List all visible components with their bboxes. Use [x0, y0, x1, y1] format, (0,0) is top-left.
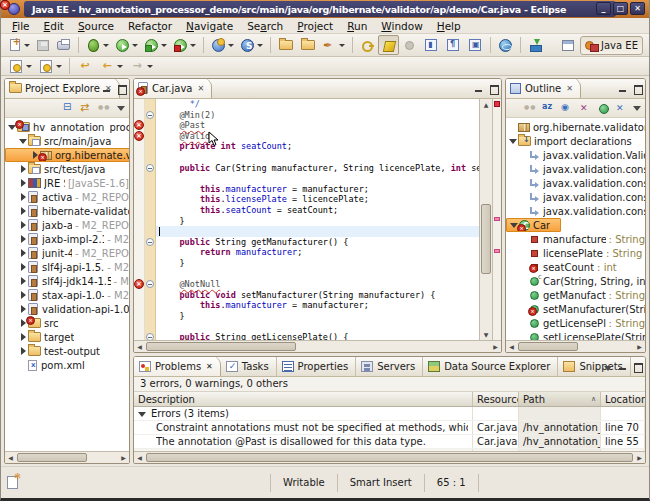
scroll-left-icon[interactable]: ◀ — [506, 341, 517, 352]
project-item-slf4j-jdk14-1-5-6-jar[interactable]: slf4j-jdk14-1.5.6.jar- M — [5, 274, 129, 288]
tab-data-source-explorer[interactable]: Data Source Explorer — [423, 356, 558, 376]
hide-local-types-button[interactable] — [614, 102, 628, 115]
scroll-up-icon[interactable]: ▲ — [480, 99, 492, 110]
overview-ruler[interactable] — [492, 99, 501, 340]
code-line[interactable]: public void setManufacturer(String manuf… — [159, 290, 479, 301]
open-folder-2-button[interactable] — [297, 35, 319, 55]
error-marker-icon[interactable] — [134, 279, 144, 289]
scroll-down-icon[interactable]: ▼ — [480, 329, 492, 340]
minimize-button[interactable]: _ — [596, 2, 611, 15]
collapse-fold-icon[interactable] — [146, 164, 154, 172]
code-line[interactable] — [159, 173, 479, 184]
outline-item-javax-validation-constraints[interactable]: javax.validation.constraints — [506, 176, 645, 190]
outline-item-org-hibernate-validator-ap-demo[interactable]: org.hibernate.validator.ap.demo — [506, 120, 645, 134]
problem-row[interactable]: Constraint annotations must not be speci… — [134, 421, 645, 435]
code-line[interactable]: } — [159, 216, 479, 227]
project-item-src-test-java[interactable]: src/test/java — [5, 162, 129, 176]
collapsed-twisty-icon[interactable] — [19, 162, 28, 176]
web-browser-button[interactable] — [495, 35, 516, 55]
close-button[interactable]: ✕ — [630, 2, 645, 15]
run-external-tools-button[interactable] — [141, 35, 170, 55]
problem-row[interactable]: The annotation @Past is disallowed for t… — [134, 435, 645, 449]
scroll-left-icon[interactable]: ◀ — [134, 341, 145, 352]
collapsed-twisty-icon[interactable] — [19, 274, 28, 288]
collapse-all-button[interactable] — [62, 102, 76, 115]
search-button[interactable] — [319, 35, 348, 55]
menu-edit[interactable]: Edit — [37, 19, 71, 33]
scroll-right-icon[interactable]: ▶ — [634, 452, 645, 463]
minimize-view-button[interactable] — [616, 82, 628, 93]
outline-item-getmanufacturer[interactable]: getManufacturer(): String — [506, 288, 645, 302]
outline-item-import-declarations[interactable]: import declarations — [506, 134, 645, 148]
view-menu-button[interactable] — [116, 102, 126, 115]
code-line[interactable]: return manufacturer; — [159, 247, 479, 258]
outline-item-javax-validation-constraints[interactable]: javax.validation.constraints — [506, 204, 645, 218]
editor-hscrollbar[interactable]: ◀ ▶ — [134, 340, 501, 352]
close-icon[interactable]: ✕ — [206, 362, 213, 371]
forward-button[interactable]: → — [126, 56, 156, 76]
expanded-twisty-icon[interactable] — [19, 134, 28, 148]
project-item-stax-api-1-0-2-jar[interactable]: stax-api-1.0-2.jar- M2 — [5, 288, 129, 302]
error-overview-icon[interactable] — [494, 101, 500, 107]
project-item-pom-xml[interactable]: pom.xml — [5, 358, 129, 372]
expanded-twisty-icon[interactable] — [138, 407, 147, 420]
outline-hscrollbar[interactable]: ◀ ▶ — [506, 340, 645, 352]
scrollbar-thumb[interactable] — [17, 453, 87, 462]
tab-properties[interactable]: Properties — [277, 356, 357, 376]
collapsed-twisty-icon[interactable] — [19, 246, 28, 260]
hide-static-members-button[interactable] — [578, 102, 592, 115]
sort-button[interactable] — [542, 102, 556, 115]
outline-tab[interactable]: Outline ✕ — [506, 78, 581, 98]
disabled-annotation-button[interactable] — [399, 35, 420, 55]
outline-item-setmanufacturer-string[interactable]: setManufacturer(String) — [506, 302, 645, 316]
code-line[interactable]: this.licensePlate = licencePlate; — [159, 194, 479, 205]
occurrence-marker-icon[interactable] — [494, 249, 500, 253]
collapse-fold-icon[interactable] — [146, 238, 154, 246]
column-header-location[interactable]: Location — [601, 392, 645, 406]
outline-item-car-string-string-int[interactable]: Car(String, String, int) — [506, 274, 645, 288]
project-item-validation-api-1-0-0-ga-jar[interactable]: validation-api-1.0.0.GA.jar — [5, 302, 129, 316]
code-line[interactable] — [159, 269, 479, 280]
project-item-hibernate-validator-4-0-2-ga-jar[interactable]: hibernate-validator-4.0.2.GA.jar — [5, 204, 129, 218]
project-item-slf4j-api-1-5-6-jar[interactable]: slf4j-api-1.5.6.jar- M2 — [5, 260, 129, 274]
code-line[interactable]: @Past — [159, 120, 479, 131]
column-header-path[interactable]: Path∧ — [519, 392, 601, 406]
collapsed-twisty-icon[interactable] — [19, 190, 28, 204]
scroll-right-icon[interactable]: ▶ — [634, 341, 645, 352]
collapsed-twisty-icon[interactable] — [19, 232, 28, 246]
project-item-org-hibernate-validator-ap-demo[interactable]: org.hibernate.validator.ap.demo — [5, 148, 129, 162]
minimize-view-button[interactable] — [472, 82, 484, 93]
open-perspective-button[interactable] — [559, 35, 577, 55]
collapsed-twisty-icon[interactable] — [19, 330, 28, 344]
block-selection-button[interactable] — [464, 35, 486, 55]
project-item-activation-1-1-jar[interactable]: activation-1.1.jar- M2_REPO — [5, 190, 129, 204]
java-ee-perspective-button[interactable]: Java EE — [580, 36, 643, 55]
code-line[interactable]: } — [159, 311, 479, 322]
maximize-view-button[interactable] — [631, 82, 643, 93]
hide-non-public-button[interactable] — [596, 102, 610, 115]
outline-item-car[interactable]: Car — [506, 218, 561, 232]
menu-run[interactable]: Run — [340, 19, 374, 33]
code-line[interactable]: private int seatCount; — [159, 141, 479, 152]
code-line[interactable] — [159, 152, 479, 163]
tab-problems[interactable]: Problems✕ — [134, 356, 221, 376]
outline-item-javax-validation-constraints[interactable]: javax.validation.constraints — [506, 190, 645, 204]
scroll-left-icon[interactable]: ◀ — [134, 452, 145, 463]
java-ee-tools-button[interactable] — [525, 35, 546, 55]
error-marker-icon[interactable] — [134, 120, 144, 130]
project-item-test-output[interactable]: test-output — [5, 344, 129, 358]
maximize-button[interactable]: □ — [613, 2, 628, 15]
collapsed-twisty-icon[interactable] — [19, 260, 28, 274]
collapse-fold-icon[interactable] — [146, 280, 154, 288]
profile-button[interactable] — [170, 35, 199, 55]
error-marker-icon[interactable] — [134, 131, 144, 141]
outline-item-getlicenseplate[interactable]: getLicensePlate(): String — [506, 316, 645, 330]
expanded-twisty-icon[interactable] — [509, 134, 518, 148]
menu-navigate[interactable]: Navigate — [179, 19, 240, 33]
menu-window[interactable]: Window — [374, 19, 429, 33]
code-line[interactable]: @Valid — [159, 131, 479, 142]
scrollbar-thumb[interactable] — [518, 342, 578, 351]
save-button[interactable] — [33, 35, 53, 55]
code-area[interactable]: */ @Min(2) @Past @Valid private int seat… — [156, 99, 479, 340]
maximize-view-button[interactable] — [115, 82, 127, 93]
